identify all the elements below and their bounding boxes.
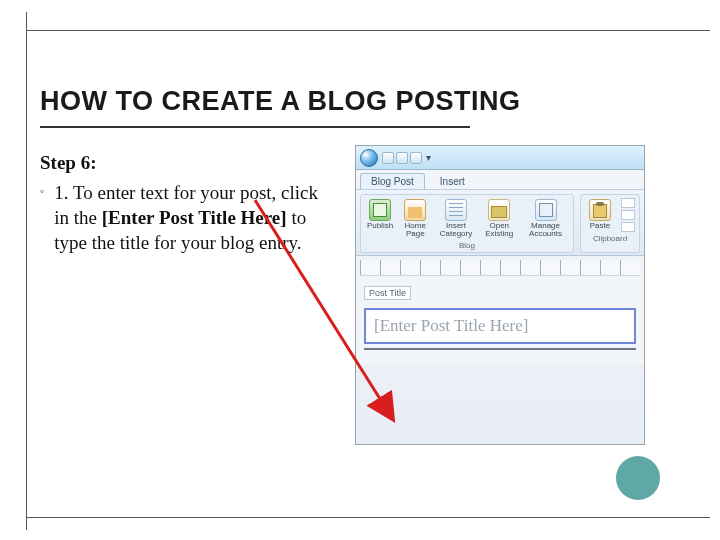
copy-icon[interactable] <box>621 210 635 220</box>
publish-button[interactable]: Publish <box>365 198 395 239</box>
qat-undo-icon[interactable] <box>396 152 408 164</box>
step-label: Step 6: <box>40 152 96 174</box>
ribbon: Publish Home Page Insert Category Open E… <box>356 190 644 256</box>
paste-icon <box>589 199 611 221</box>
home-label: Home Page <box>401 222 430 238</box>
quick-access-toolbar: ▾ <box>382 152 432 164</box>
document-area: Post Title [Enter Post Title Here] <box>356 276 644 364</box>
corner-circle <box>616 456 660 500</box>
paste-button[interactable]: Paste <box>585 198 615 232</box>
clipboard-small-buttons <box>621 198 635 232</box>
ribbon-group-blog: Publish Home Page Insert Category Open E… <box>360 194 574 253</box>
instruction-bullet: ◦ 1. To enter text for your post, click … <box>40 180 330 255</box>
home-page-button[interactable]: Home Page <box>399 198 432 239</box>
ribbon-group-clipboard: Paste Clipboard <box>580 194 640 253</box>
office-orb-icon[interactable] <box>360 149 378 167</box>
manage-accounts-icon <box>535 199 557 221</box>
publish-icon <box>369 199 391 221</box>
word-screenshot: ▾ Blog Post Insert Publish Home Page Ins… <box>355 145 645 445</box>
manage-accounts-label: Manage Accounts <box>524 222 567 238</box>
open-existing-button[interactable]: Open Existing <box>480 198 518 239</box>
bullet-bold: [Enter Post Title Here] <box>102 207 287 228</box>
group-clipboard-caption: Clipboard <box>585 234 635 243</box>
frame-line-top <box>26 30 710 31</box>
paste-label: Paste <box>590 222 610 230</box>
window-titlebar: ▾ <box>356 146 644 170</box>
manage-accounts-button[interactable]: Manage Accounts <box>522 198 569 239</box>
qat-save-icon[interactable] <box>382 152 394 164</box>
frame-line-bottom <box>26 517 710 518</box>
insert-category-label: Insert Category <box>438 222 475 238</box>
home-icon <box>404 199 426 221</box>
open-existing-icon <box>488 199 510 221</box>
post-title-field-label: Post Title <box>364 286 411 300</box>
tab-insert[interactable]: Insert <box>429 173 476 189</box>
bullet-icon: ◦ <box>40 180 44 202</box>
ruler-ticks <box>360 260 640 275</box>
horizontal-ruler <box>360 260 640 276</box>
qat-redo-icon[interactable] <box>410 152 422 164</box>
insert-category-icon <box>445 199 467 221</box>
publish-label: Publish <box>367 222 393 230</box>
open-existing-label: Open Existing <box>482 222 516 238</box>
ribbon-tabs: Blog Post Insert <box>356 170 644 190</box>
frame-line-left <box>26 12 27 530</box>
bullet-text: 1. To enter text for your post, click in… <box>54 180 330 255</box>
post-title-input[interactable]: [Enter Post Title Here] <box>364 308 636 344</box>
title-underline <box>40 126 470 128</box>
qat-dropdown-icon[interactable]: ▾ <box>424 152 432 164</box>
slide-title: HOW TO CREATE A BLOG POSTING <box>40 86 680 117</box>
post-title-underline <box>364 348 636 350</box>
tab-blog-post[interactable]: Blog Post <box>360 173 425 189</box>
cut-icon[interactable] <box>621 198 635 208</box>
group-blog-caption: Blog <box>365 241 569 250</box>
insert-category-button[interactable]: Insert Category <box>436 198 477 239</box>
format-painter-icon[interactable] <box>621 222 635 232</box>
